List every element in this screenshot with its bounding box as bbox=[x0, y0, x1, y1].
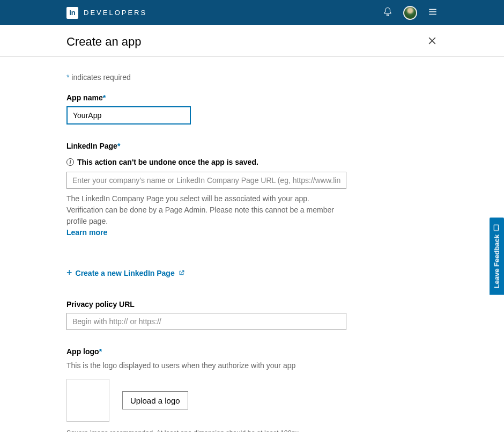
notifications-icon[interactable] bbox=[383, 7, 392, 19]
plus-icon: + bbox=[66, 267, 72, 279]
upload-logo-button[interactable]: Upload a logo bbox=[122, 391, 188, 409]
create-app-form: * indicates required App name* LinkedIn … bbox=[0, 57, 418, 432]
brand-text: DEVELOPERS bbox=[84, 9, 147, 17]
warning-text: This action can't be undone once the app… bbox=[77, 158, 258, 166]
brand-block: in DEVELOPERS bbox=[13, 7, 147, 19]
page-header: Create an app bbox=[0, 25, 504, 57]
avatar[interactable] bbox=[403, 6, 417, 20]
external-link-icon bbox=[178, 269, 185, 276]
field-app-logo: App logo* This is the logo displayed to … bbox=[66, 347, 352, 432]
app-name-input[interactable] bbox=[66, 106, 191, 125]
logo-preview bbox=[66, 379, 109, 422]
page-title: Create an app bbox=[66, 35, 141, 49]
app-logo-desc: This is the logo displayed to users when… bbox=[66, 360, 346, 371]
menu-icon[interactable] bbox=[428, 7, 438, 19]
topbar-actions bbox=[383, 6, 491, 20]
privacy-url-input[interactable] bbox=[66, 313, 346, 330]
info-icon: i bbox=[66, 158, 74, 166]
close-icon[interactable] bbox=[427, 35, 438, 48]
svg-rect-0 bbox=[494, 225, 499, 231]
leave-feedback-tab[interactable]: Leave Feedback bbox=[490, 217, 504, 295]
create-linkedin-page-link[interactable]: + Create a new LinkedIn Page bbox=[66, 267, 352, 279]
feedback-icon bbox=[493, 224, 501, 231]
field-privacy-url: Privacy policy URL bbox=[66, 300, 352, 330]
field-linkedin-page: LinkedIn Page* i This action can't be un… bbox=[66, 142, 352, 279]
linkedin-page-helper: The LinkedIn Company Page you select wil… bbox=[66, 193, 346, 238]
linkedin-page-warning: i This action can't be undone once the a… bbox=[66, 158, 352, 166]
linkedin-logo-icon[interactable]: in bbox=[66, 7, 78, 19]
linkedin-page-label: LinkedIn Page* bbox=[66, 142, 352, 150]
field-app-name: App name* bbox=[66, 93, 352, 125]
learn-more-link[interactable]: Learn more bbox=[66, 228, 107, 237]
top-navbar: in DEVELOPERS bbox=[0, 0, 504, 25]
linkedin-page-input[interactable] bbox=[66, 172, 346, 189]
app-logo-label: App logo* bbox=[66, 347, 352, 356]
app-name-label: App name* bbox=[66, 93, 352, 102]
logo-caption: Square image recommended. At least one d… bbox=[66, 429, 352, 432]
privacy-url-label: Privacy policy URL bbox=[66, 300, 352, 309]
required-indicator-note: * indicates required bbox=[66, 73, 352, 82]
